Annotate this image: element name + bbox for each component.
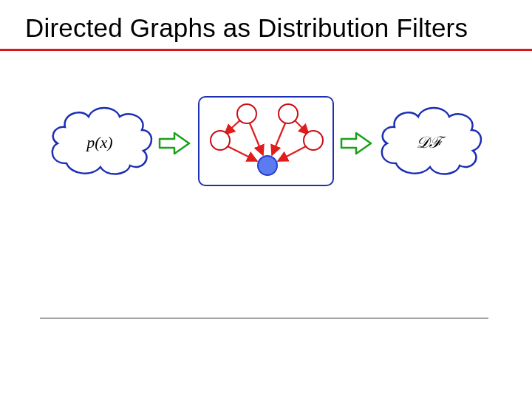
svg-line-4 bbox=[225, 145, 257, 161]
arrow-right bbox=[340, 132, 372, 155]
diagram: p(x) bbox=[52, 96, 480, 200]
footer-divider bbox=[40, 318, 488, 318]
graph-node-C bbox=[257, 155, 278, 176]
px-label: p(x) bbox=[86, 133, 112, 151]
arrow-right-icon bbox=[340, 132, 372, 155]
graph-node-B bbox=[236, 103, 257, 124]
svg-line-2 bbox=[272, 120, 287, 155]
graph-box bbox=[198, 96, 334, 186]
cloud-left-label: p(x) bbox=[44, 133, 155, 152]
svg-line-1 bbox=[248, 120, 263, 155]
cloud-right: 𝒟ℱ bbox=[374, 100, 485, 182]
title-underline bbox=[0, 49, 532, 51]
arrow-left bbox=[158, 132, 191, 155]
arrow-right-icon bbox=[158, 132, 191, 155]
slide: Directed Graphs as Distribution Filters … bbox=[0, 0, 532, 399]
svg-line-5 bbox=[278, 145, 309, 161]
df-label: 𝒟ℱ bbox=[415, 133, 443, 151]
graph-node-D bbox=[278, 103, 299, 124]
graph-node-E bbox=[303, 130, 324, 151]
cloud-left: p(x) bbox=[44, 100, 155, 182]
cloud-right-label: 𝒟ℱ bbox=[374, 133, 485, 152]
page-title: Directed Graphs as Distribution Filters bbox=[25, 13, 468, 43]
graph-node-A bbox=[210, 130, 231, 151]
